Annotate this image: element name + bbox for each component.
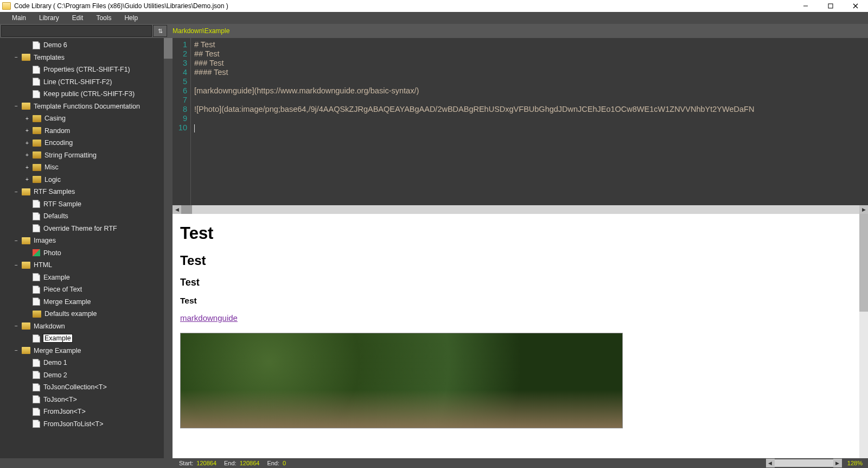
collapse-icon[interactable]: − bbox=[13, 54, 20, 60]
tree-item[interactable]: −Templates bbox=[0, 52, 173, 64]
library-tree[interactable]: Demo 6−TemplatesProperties (CTRL-SHIFT-F… bbox=[0, 38, 173, 430]
sort-button[interactable]: ⇅ bbox=[153, 25, 167, 37]
menu-tools[interactable]: Tools bbox=[90, 12, 118, 24]
menu-main[interactable]: Main bbox=[5, 12, 33, 24]
code-line[interactable]: [markdownguide](https://www.markdownguid… bbox=[194, 86, 868, 96]
code-line[interactable]: # Test bbox=[194, 40, 868, 49]
code-line[interactable]: ### Test bbox=[194, 59, 868, 68]
file-icon bbox=[33, 334, 40, 343]
collapse-icon[interactable]: − bbox=[13, 262, 20, 268]
scroll-left-icon[interactable]: ◀ bbox=[173, 205, 181, 214]
preview-scroll-thumb[interactable] bbox=[859, 214, 868, 312]
code-line[interactable] bbox=[194, 77, 868, 86]
tree-item[interactable]: Override Theme for RTF bbox=[0, 223, 173, 235]
tree-item-label: Demo 2 bbox=[43, 371, 67, 379]
tree-item[interactable]: FromJson<T> bbox=[0, 406, 173, 418]
code-editor[interactable]: 12345678910 # Test## Test### Test#### Te… bbox=[173, 38, 868, 205]
preview-link[interactable]: markdownguide bbox=[180, 313, 238, 322]
tree-item[interactable]: +Random bbox=[0, 125, 173, 137]
status-scroll-left-icon[interactable]: ◀ bbox=[766, 459, 775, 467]
tree-item[interactable]: +Casing bbox=[0, 112, 173, 125]
svg-rect-1 bbox=[828, 4, 833, 8]
tree-item[interactable]: Defaults example bbox=[0, 308, 173, 320]
collapse-icon[interactable]: − bbox=[13, 347, 20, 353]
tree-item-label: RTF Samples bbox=[34, 188, 75, 195]
tree-item[interactable]: RTF Sample bbox=[0, 198, 173, 211]
tree-item[interactable]: Photo bbox=[0, 247, 173, 260]
scroll-right-icon[interactable]: ▶ bbox=[859, 205, 868, 214]
code-line[interactable]: ![Photo](data:image/png;base64,/9j/4AAQS… bbox=[194, 105, 868, 114]
code-line[interactable]: ## Test bbox=[194, 49, 868, 59]
sort-icon: ⇅ bbox=[158, 28, 163, 35]
zoom-level[interactable]: 128% bbox=[847, 460, 863, 466]
tree-item[interactable]: Demo 6 bbox=[0, 39, 173, 52]
editor-horizontal-scrollbar[interactable]: ◀ ▶ bbox=[173, 205, 868, 214]
expand-icon[interactable]: + bbox=[24, 128, 30, 134]
expand-icon[interactable]: + bbox=[24, 116, 30, 122]
close-button[interactable] bbox=[843, 0, 868, 12]
menu-edit[interactable]: Edit bbox=[66, 12, 90, 24]
tree-item[interactable]: ToJson<T> bbox=[0, 394, 173, 406]
tree-item[interactable]: +Encoding bbox=[0, 137, 173, 149]
tree-item-label: Example bbox=[43, 334, 72, 342]
file-icon bbox=[33, 273, 40, 281]
tree-item[interactable]: Piece of Text bbox=[0, 283, 173, 296]
tree-item[interactable]: −Images bbox=[0, 235, 173, 247]
collapse-icon[interactable]: − bbox=[13, 189, 20, 195]
preview-h4: Test bbox=[180, 296, 860, 306]
tree-item[interactable]: Line (CTRL-SHIFT-F2) bbox=[0, 76, 173, 88]
tree-item[interactable]: −Template Functions Documentation bbox=[0, 100, 173, 113]
expand-icon[interactable]: + bbox=[24, 152, 30, 158]
app-folder-icon bbox=[2, 2, 11, 10]
tree-item[interactable]: Demo 1 bbox=[0, 357, 173, 369]
tree-item-label: FromJsonToList<T> bbox=[43, 420, 103, 428]
tree-item[interactable]: Example bbox=[0, 332, 173, 345]
expand-icon[interactable]: + bbox=[24, 176, 30, 182]
tree-item[interactable]: Example bbox=[0, 271, 173, 284]
sidebar-scroll-thumb[interactable] bbox=[164, 38, 173, 59]
tree-item[interactable]: −Merge Example bbox=[0, 345, 173, 357]
tree-item[interactable]: ToJsonCollection<T> bbox=[0, 381, 173, 394]
tree-item-label: Demo 6 bbox=[43, 41, 67, 49]
tree-item-label: Defaults bbox=[43, 212, 68, 220]
code-line[interactable] bbox=[194, 96, 868, 105]
tree-item[interactable]: −RTF Samples bbox=[0, 186, 173, 198]
tree-item[interactable]: FromJsonToList<T> bbox=[0, 418, 173, 431]
tree-item[interactable]: +Misc bbox=[0, 161, 173, 174]
collapse-icon[interactable]: − bbox=[13, 103, 20, 109]
file-icon bbox=[33, 408, 40, 416]
code-content[interactable]: # Test## Test### Test#### Test[markdowng… bbox=[191, 38, 868, 205]
line-number: 10 bbox=[173, 123, 187, 132]
tree-item[interactable]: −HTML bbox=[0, 259, 173, 271]
minimize-button[interactable] bbox=[793, 0, 818, 12]
tree-item-label: Template Functions Documentation bbox=[34, 103, 140, 110]
line-number: 2 bbox=[173, 49, 187, 59]
tree-item[interactable]: Defaults bbox=[0, 210, 173, 223]
code-line[interactable] bbox=[194, 123, 868, 132]
code-line[interactable]: #### Test bbox=[194, 68, 868, 77]
status-horizontal-scrollbar[interactable]: ◀ ▶ bbox=[766, 459, 842, 467]
folder-icon bbox=[33, 311, 41, 318]
collapse-icon[interactable]: − bbox=[13, 323, 20, 329]
menu-library[interactable]: Library bbox=[33, 12, 66, 24]
tree-item-label: ToJson<T> bbox=[43, 396, 77, 403]
window-title: Code Library ( C:\Program Files (x86)\Gu… bbox=[14, 2, 228, 10]
search-input[interactable] bbox=[1, 25, 152, 37]
expand-icon[interactable]: + bbox=[24, 140, 30, 146]
maximize-button[interactable] bbox=[818, 0, 843, 12]
tree-item[interactable]: Merge Example bbox=[0, 296, 173, 308]
tree-item[interactable]: −Markdown bbox=[0, 320, 173, 333]
status-scroll-right-icon[interactable]: ▶ bbox=[833, 459, 842, 467]
sidebar-scrollbar[interactable] bbox=[164, 38, 173, 458]
tree-item[interactable]: +Logic bbox=[0, 174, 173, 186]
expand-icon[interactable]: + bbox=[24, 165, 30, 170]
collapse-icon[interactable]: − bbox=[13, 238, 20, 244]
code-line[interactable] bbox=[194, 114, 868, 123]
menu-help[interactable]: Help bbox=[118, 12, 144, 24]
tree-item-label: Defaults example bbox=[44, 310, 97, 318]
tree-item[interactable]: Properties (CTRL-SHIFT-F1) bbox=[0, 64, 173, 76]
tree-item[interactable]: +String Formatting bbox=[0, 149, 173, 162]
tree-item[interactable]: Keep public (CTRL-SHIFT-F3) bbox=[0, 88, 173, 100]
tree-item[interactable]: Demo 2 bbox=[0, 369, 173, 382]
scroll-thumb[interactable] bbox=[181, 205, 192, 214]
